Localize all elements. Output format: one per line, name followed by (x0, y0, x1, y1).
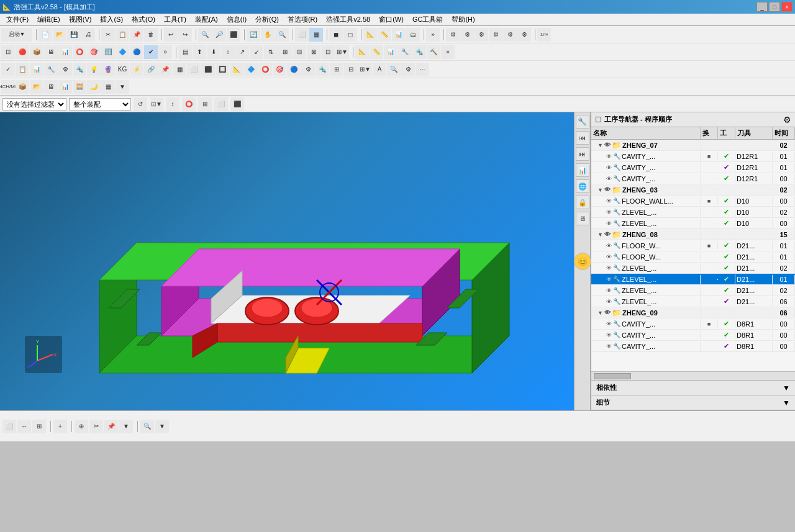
tb4-3[interactable]: 📂 (30, 80, 43, 94)
tb2-28[interactable]: 🔩 (412, 45, 426, 59)
tb2-16[interactable]: ↗ (235, 45, 249, 59)
tb-delete[interactable]: 🗑 (144, 28, 158, 42)
tb-zoom3[interactable]: 🔍 (275, 28, 289, 42)
table-row[interactable]: 👁 🔧 CAVITY_... ✔ D12R1 00 (591, 173, 795, 184)
table-row[interactable]: 👁 🔧 ZLEVEL_... ✔ D10 00 (591, 218, 795, 229)
collapse-icon[interactable]: ▼ (597, 187, 603, 193)
tb2-more2[interactable]: » (441, 45, 455, 59)
tb2-17[interactable]: ↙ (250, 45, 263, 59)
side-btn-6[interactable]: 🔒 (576, 196, 589, 209)
tb3-8[interactable]: 🔮 (101, 63, 115, 76)
tb3-4[interactable]: 🔧 (44, 63, 58, 76)
menu-preferences[interactable]: 首选项(R) (284, 14, 321, 25)
tb3-19[interactable]: ⭕ (258, 63, 272, 76)
side-btn-5[interactable]: 🌐 (576, 179, 589, 193)
tb3-25[interactable]: ⊟ (344, 63, 358, 76)
tb4-1[interactable]: INCH/MM (1, 80, 15, 94)
filter-opt6[interactable]: ⬛ (230, 97, 244, 111)
filter-opt2[interactable]: ↕ (166, 97, 179, 111)
tb2-29[interactable]: 🔨 (427, 45, 440, 59)
tb3-15[interactable]: ⬛ (201, 63, 215, 76)
table-row[interactable]: ▼ 👁 📁 ZHENG_03 02 (591, 184, 795, 196)
tb-cam6[interactable]: ⚙ (517, 28, 531, 42)
tb2-15[interactable]: ↕ (221, 45, 235, 59)
tb2-13[interactable]: ⬆ (193, 45, 206, 59)
tb4-2[interactable]: 📦 (16, 80, 29, 94)
table-row[interactable]: 👁 🔧 CAVITY_... ✔ D8R1 00 (591, 330, 795, 341)
filter-apply[interactable]: ↺ (134, 97, 147, 111)
tb2-25[interactable]: 📏 (370, 45, 383, 59)
tb-view1[interactable]: ▦ (309, 28, 323, 42)
tb4-7[interactable]: 🌙 (87, 80, 101, 94)
filter-opt5[interactable]: ⬜ (214, 97, 228, 111)
tb2-27[interactable]: 🔧 (398, 45, 412, 59)
table-row[interactable]: 👁 🔧 CAVITY_... ■ ✔ D12R1 01 (591, 151, 795, 162)
tb-save[interactable]: 💾 (67, 28, 81, 42)
side-btn-2[interactable]: ⏮ (576, 131, 589, 145)
panel-checkbox[interactable]: ☐ (595, 115, 602, 124)
tb2-20[interactable]: ⊟ (293, 45, 306, 59)
status-btn-3[interactable]: ⊞ (32, 420, 46, 433)
table-row[interactable]: 👁 🔧 FLOOR_WALL... ■ ✔ D10 00 (591, 196, 795, 207)
tb-cam2[interactable]: ⚙ (460, 28, 474, 42)
panel-settings-icon[interactable]: ⚙ (783, 115, 791, 125)
tb2-18[interactable]: ⇅ (264, 45, 278, 59)
title-bar-buttons[interactable]: _ □ × (756, 2, 793, 12)
tb-rotate[interactable]: 🔄 (247, 28, 260, 42)
minimize-button[interactable]: _ (756, 2, 768, 12)
status-btn-6[interactable]: ✂ (89, 420, 103, 433)
tb2-1[interactable]: ⊡ (1, 45, 15, 59)
table-row[interactable]: 👁 🔧 CAVITY_... ✔ D8R1 00 (591, 341, 795, 352)
status-btn-4[interactable]: + (53, 420, 67, 433)
tb2-14[interactable]: ⬇ (207, 45, 220, 59)
status-btn-5[interactable]: ⊕ (75, 420, 88, 433)
tb3-7[interactable]: 💡 (87, 63, 101, 76)
tb2-19[interactable]: ⊞ (278, 45, 292, 59)
tb-cut[interactable]: ✂ (101, 28, 115, 42)
tb-copy[interactable]: 📋 (116, 28, 129, 42)
menu-file[interactable]: 文件(F) (2, 14, 32, 25)
tb3-13[interactable]: ▦ (173, 63, 186, 76)
tb3-3[interactable]: 📊 (30, 63, 43, 76)
tb2-12[interactable]: ▤ (178, 45, 192, 59)
tb3-22[interactable]: ⚙ (301, 63, 315, 76)
collapse-icon[interactable]: ▼ (597, 310, 603, 316)
tb2-7[interactable]: 🎯 (87, 45, 101, 59)
tb-cam4[interactable]: ⚙ (489, 28, 502, 42)
tb-cam3[interactable]: ⚙ (475, 28, 488, 42)
tree-table-body[interactable]: ▼ 👁 📁 ZHENG_07 02 👁 🔧 CAVITY_... (591, 140, 795, 371)
tb-layer3[interactable]: 📊 (392, 28, 406, 42)
menu-tools[interactable]: 工具(T) (160, 14, 190, 25)
status-btn-2[interactable]: ↔ (17, 420, 31, 433)
dependence-panel[interactable]: 相依性 ▼ (591, 381, 795, 395)
hscroll-thumb[interactable] (594, 373, 631, 379)
tb3-11[interactable]: 🔗 (144, 63, 158, 76)
tb2-more[interactable]: » (158, 45, 172, 59)
collapse-icon[interactable]: ▼ (597, 232, 603, 238)
tb-layer2[interactable]: 📏 (378, 28, 391, 42)
tb4-5[interactable]: 📊 (58, 80, 72, 94)
tb3-17[interactable]: 📐 (230, 63, 243, 76)
menu-assembly[interactable]: 装配(A) (191, 14, 222, 25)
tb3-12[interactable]: 📌 (158, 63, 172, 76)
menu-edit[interactable]: 编辑(E) (34, 14, 64, 25)
tb4-6[interactable]: 🧮 (73, 80, 86, 94)
tb4-4[interactable]: 🖥 (44, 80, 58, 94)
tb-wire[interactable]: ◻ (343, 28, 357, 42)
tb3-1[interactable]: ✓ (1, 63, 15, 76)
menu-analysis[interactable]: 分析(Q) (252, 14, 283, 25)
tb-more1[interactable]: » (426, 28, 440, 42)
assembly-select[interactable]: 整个装配 (69, 98, 131, 110)
tb3-30[interactable]: ··· (416, 63, 429, 76)
tb3-18[interactable]: 🔷 (244, 63, 258, 76)
tb3-16[interactable]: 🔲 (216, 63, 229, 76)
tb2-26[interactable]: 📊 (384, 45, 398, 59)
tb3-2[interactable]: 📋 (16, 63, 29, 76)
tb-fit[interactable]: ⬛ (227, 28, 240, 42)
status-btn-1[interactable]: ⬜ (2, 420, 16, 433)
menu-help[interactable]: 帮助(H) (448, 14, 478, 25)
tb3-14[interactable]: ⬜ (187, 63, 201, 76)
tb3-28[interactable]: 🔍 (387, 63, 401, 76)
side-btn-4[interactable]: 📊 (576, 163, 589, 177)
tb-zoom2[interactable]: 🔎 (212, 28, 226, 42)
